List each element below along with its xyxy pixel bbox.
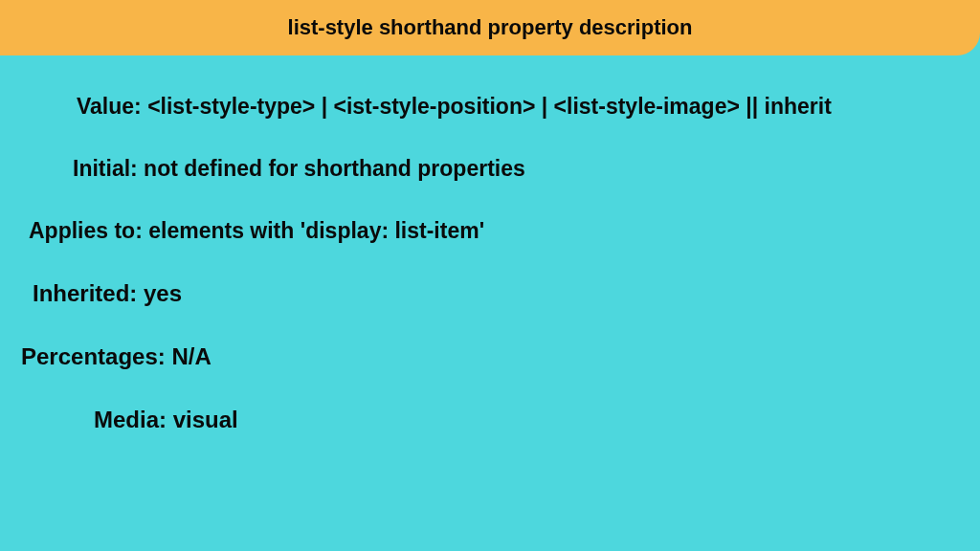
header-bar: list-style shorthand property descriptio… <box>0 0 980 55</box>
property-initial-row: Initial: not defined for shorthand prope… <box>73 156 961 182</box>
page-title: list-style shorthand property descriptio… <box>288 15 693 40</box>
property-value-row: Value: <list-style-type> | <ist-style-po… <box>77 94 961 120</box>
property-applies-row: Applies to: elements with 'display: list… <box>29 218 961 244</box>
property-inherited-row: Inherited: yes <box>33 280 961 307</box>
property-percentages-row: Percentages: N/A <box>21 343 961 370</box>
property-media-row: Media: visual <box>94 407 961 433</box>
content-area: Value: <list-style-type> | <ist-style-po… <box>0 55 980 489</box>
